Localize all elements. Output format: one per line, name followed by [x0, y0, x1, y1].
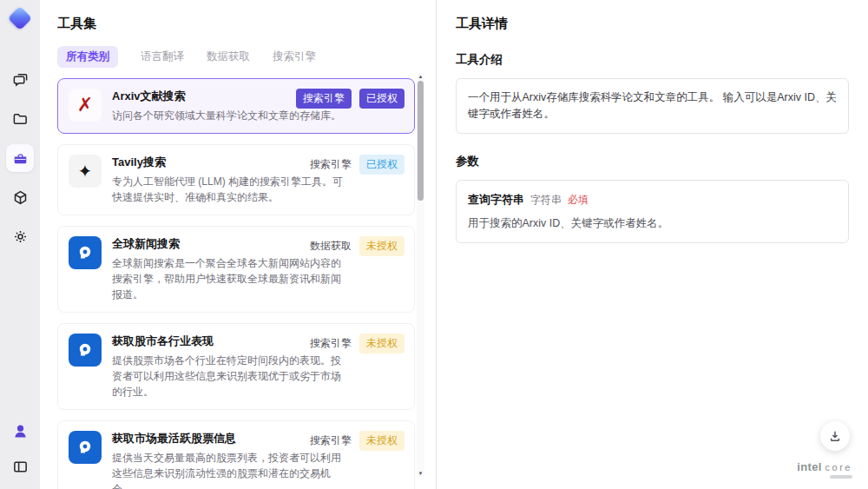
list-scrollbar[interactable]: ▲ ▼ — [417, 73, 424, 477]
app-window: 工具集 所有类别 语言翻译 数据获取 搜索引擎 ✗ Arxiv文献搜索 访问各个… — [0, 0, 868, 489]
sidebar-item-settings[interactable] — [6, 222, 34, 250]
tavily-star-icon: ✦ — [69, 155, 102, 188]
auth-status-badge: 已授权 — [359, 89, 404, 109]
sidebar-item-chat[interactable] — [6, 66, 34, 94]
tool-desc: 全球新闻搜索是一个聚合全球各大新闻网站内容的搜索引擎，帮助用户快速获取全球最新资… — [112, 255, 348, 302]
news-globe-glyph — [76, 439, 94, 456]
tool-card-stock-sectors[interactable]: 获取股市各行业表现 提供股票市场各个行业在特定时间段内的表现。投资者可以利用这些… — [57, 323, 415, 410]
panel-toggle-icon — [12, 459, 29, 475]
tool-card-arxiv[interactable]: ✗ Arxiv文献搜索 访问各个研究领域大量科学论文和文章的存储库。 搜索引擎 … — [57, 78, 415, 134]
param-box: 查询字符串 字符串 必填 用于搜索的Arxiv ID、关键字或作者姓名。 — [456, 180, 849, 243]
category-badge: 搜索引擎 — [310, 431, 352, 451]
param-required-flag: 必填 — [568, 192, 589, 208]
sidebar-item-panel-toggle[interactable] — [6, 453, 34, 480]
tab-all-categories[interactable]: 所有类别 — [57, 46, 118, 68]
category-badge: 数据获取 — [310, 236, 352, 256]
intro-heading: 工具介绍 — [456, 52, 849, 68]
news-globe-glyph — [76, 341, 94, 359]
scrollbar-thumb[interactable] — [418, 81, 424, 201]
sidebar-item-tools[interactable] — [6, 144, 34, 172]
category-badge: 搜索引擎 — [296, 89, 352, 109]
tool-card-global-news[interactable]: 全球新闻搜索 全球新闻搜索是一个聚合全球各大新闻网站内容的搜索引擎，帮助用户快速… — [57, 226, 415, 313]
tool-badges: 数据获取 未授权 — [310, 236, 404, 256]
star-glyph: ✦ — [78, 162, 93, 180]
chat-icon — [12, 72, 29, 89]
tool-badges: 搜索引擎 未授权 — [310, 334, 404, 354]
sidebar-item-models[interactable] — [6, 183, 34, 211]
rail-bottom — [6, 417, 34, 480]
tool-desc: 提供当天交易量最高的股票列表，投资者可以利用这些信息来识别流动性强的股票和潜在的… — [112, 450, 348, 489]
gem-logo-icon — [8, 6, 32, 30]
detail-title: 工具详情 — [456, 16, 849, 32]
tool-desc: 专为人工智能代理 (LLM) 构建的搜索引擎工具。可快速提供实时、准确和真实的结… — [112, 174, 348, 205]
tool-desc: 提供股票市场各个行业在特定时间段内的表现。投资者可以利用这些信息来识别表现优于或… — [112, 353, 348, 400]
active-stock-icon — [69, 431, 102, 464]
category-badge: 搜索引擎 — [310, 334, 352, 354]
auth-status-badge: 已授权 — [359, 155, 404, 175]
tab-language-translation[interactable]: 语言翻译 — [141, 50, 184, 64]
tool-card-tavily[interactable]: ✦ Tavily搜索 专为人工智能代理 (LLM) 构建的搜索引擎工具。可快速提… — [57, 144, 415, 215]
user-icon — [12, 423, 29, 439]
auth-status-badge: 未授权 — [359, 236, 404, 256]
param-type: 字符串 — [530, 192, 562, 208]
tool-badges: 搜索引擎 未授权 — [310, 431, 404, 451]
news-globe-glyph — [76, 244, 94, 261]
app-logo — [7, 5, 33, 31]
param-head: 查询字符串 字符串 必填 — [468, 191, 837, 208]
param-name: 查询字符串 — [468, 191, 524, 208]
tool-desc: 访问各个研究领域大量科学论文和文章的存储库。 — [112, 108, 341, 123]
settings-icon — [12, 228, 29, 245]
params-heading: 参数 — [456, 154, 849, 169]
intel-series-text: core — [825, 462, 852, 472]
stock-sector-icon — [69, 334, 102, 367]
arxiv-x-glyph: ✗ — [77, 96, 93, 115]
rail-nav — [6, 66, 34, 250]
sidebar-item-account[interactable] — [6, 417, 34, 445]
tool-list: ✗ Arxiv文献搜索 访问各个研究领域大量科学论文和文章的存储库。 搜索引擎 … — [57, 78, 415, 489]
arxiv-icon: ✗ — [69, 89, 102, 122]
cube-icon — [12, 189, 29, 206]
intel-brand-text: intel — [797, 460, 821, 473]
toolbox-icon — [12, 150, 29, 167]
news-globe-icon — [69, 236, 102, 269]
sidebar-item-files[interactable] — [6, 105, 34, 133]
param-desc: 用于搜索的Arxiv ID、关键字或作者姓名。 — [468, 215, 837, 232]
tool-detail-panel: 工具详情 工具介绍 一个用于从Arxiv存储库搜索科学论文和文章的工具。 输入可… — [437, 0, 868, 489]
scroll-up-icon[interactable]: ▲ — [417, 73, 424, 80]
intel-core-text: intel core — [797, 460, 852, 473]
tool-list-panel: 工具集 所有类别 语言翻译 数据获取 搜索引擎 ✗ Arxiv文献搜索 访问各个… — [40, 0, 436, 489]
auth-status-badge: 未授权 — [359, 431, 404, 451]
tool-badges: 搜索引擎 已授权 — [310, 155, 404, 175]
intro-box: 一个用于从Arxiv存储库搜索科学论文和文章的工具。 输入可以是Arxiv ID… — [456, 78, 849, 134]
scroll-down-icon[interactable]: ▼ — [417, 470, 424, 477]
intel-core-logo: intel core — [797, 460, 852, 479]
download-icon — [828, 429, 842, 443]
tab-search-engine[interactable]: 搜索引擎 — [273, 50, 316, 64]
page-title: 工具集 — [57, 16, 436, 32]
category-badge: 搜索引擎 — [310, 155, 352, 175]
tool-card-active-stocks[interactable]: 获取市场最活跃股票信息 提供当天交易量最高的股票列表，投资者可以利用这些信息来识… — [57, 420, 415, 489]
category-tabs: 所有类别 语言翻译 数据获取 搜索引擎 — [57, 46, 436, 68]
intel-sub-badge — [830, 475, 852, 479]
auth-status-badge: 未授权 — [359, 334, 404, 354]
tab-data-acquisition[interactable]: 数据获取 — [207, 50, 250, 64]
download-button[interactable] — [820, 421, 850, 451]
folder-icon — [12, 111, 29, 128]
icon-rail — [0, 0, 40, 489]
tool-badges: 搜索引擎 已授权 — [296, 89, 404, 109]
